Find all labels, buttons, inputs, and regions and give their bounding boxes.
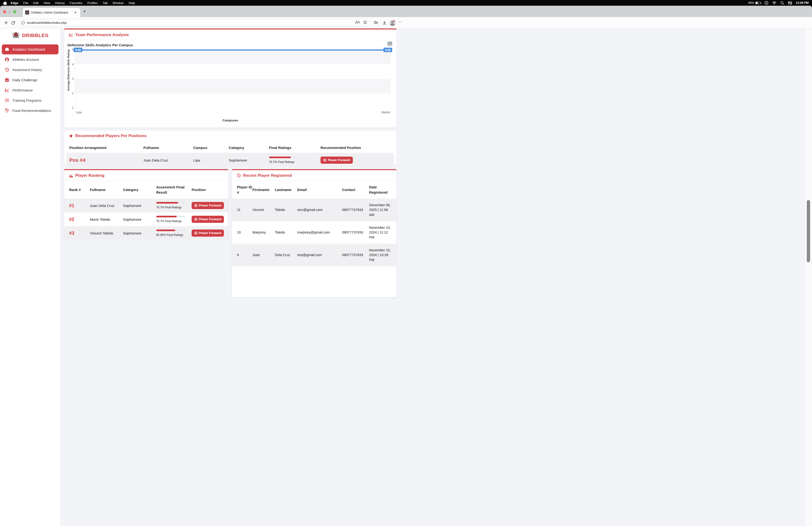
position-cell: Power Forward (192, 202, 223, 209)
chart-x-axis-title: Campuses (67, 118, 394, 122)
sidebar-item-assesment-history[interactable]: Assesment History (2, 65, 58, 75)
lastname-cell: Dela Cruz (275, 253, 297, 257)
brand-name: DRIBBLES (22, 32, 48, 38)
rating-percent-label: 75.7% Final Ratings (156, 206, 192, 209)
ranking-card-title: Player Ranking (75, 173, 104, 178)
rating-progress-bar (156, 202, 185, 203)
rating-percent-label: 75.7% Final Ratings (269, 160, 320, 164)
macos-menu-bar: EdgeFileEditViewHistoryFavoritesProfiles… (0, 0, 406, 6)
rating-progress-fill (156, 202, 178, 203)
lastname-cell: Toledo (275, 230, 297, 235)
recommended-card-title: Recommended Players Per Positions (75, 133, 146, 138)
ranking-table-header: Rank #FullnameCategoryAssesment Final Re… (64, 181, 228, 199)
rating-progress-bar (156, 229, 185, 231)
column-header: Position Arrangement (69, 145, 143, 151)
recommended-table-header: Position ArrangementFullnameCampusCatego… (64, 143, 396, 152)
basketball-icon (194, 231, 198, 235)
downloads-icon[interactable] (381, 19, 388, 26)
column-header: Fullname (90, 187, 123, 193)
zoom-window-button[interactable] (13, 10, 16, 13)
position-badge: Power Forward (192, 229, 224, 237)
close-window-button[interactable] (3, 10, 6, 13)
sidebar-item-label: Athletes Account (12, 57, 39, 61)
column-header: Lastname (275, 187, 297, 193)
y-tick-label: 1 (68, 106, 74, 110)
profile-avatar[interactable] (389, 20, 395, 26)
table-row: 10MarjoreyToledomarjorey@gmail.com090777… (232, 221, 396, 244)
address-bar[interactable]: localhost/dribbles/index.php (18, 19, 370, 26)
menubar-item-edge[interactable]: Edge (11, 1, 18, 5)
sidebar-item-food-recommendations[interactable]: Food Recommendations (2, 106, 58, 115)
column-header: Rank # (69, 187, 90, 193)
favorite-star-icon[interactable] (363, 20, 367, 25)
recent-card-title-row: Recent Player Registered (232, 170, 396, 181)
menubar-item-edit[interactable]: Edit (33, 1, 39, 5)
sidebar-item-performance[interactable]: Performance (2, 85, 58, 95)
recommended-table-body: Pos #4Juan Dela CruzLipaSophomore75.7% F… (64, 153, 396, 168)
position-arrangement-cell: Pos #4 (69, 157, 143, 164)
x-category-label: Mabini (381, 111, 390, 114)
firstname-cell: Marjorey (252, 230, 275, 235)
browser-tab[interactable]: Dribbles | Admin Dashboard ✕ (23, 8, 80, 17)
table-row: 11VincentToledovinz@gmail.com09077737633… (232, 199, 396, 221)
sidebar-item-athletes-account[interactable]: Athletes Account (2, 55, 58, 65)
menubar-item-help[interactable]: Help (129, 1, 135, 5)
table-row: #2Mario ToledoSophomore70.7% Final Ratin… (64, 212, 228, 226)
data-point-label: 5.00 (74, 48, 82, 52)
tab-close-icon[interactable]: ✕ (73, 10, 78, 15)
sidebar-item-daily-challenge[interactable]: Daily Challenge (2, 75, 58, 85)
player-id-cell: 9 (237, 253, 252, 257)
recent-table-header: Player ID #FirstnameLastnameEmailContact… (232, 181, 396, 199)
recommended-position-cell: Power Forward (320, 157, 391, 164)
fullname-cell: Mario Toledo (90, 217, 123, 222)
sidebar-item-analytics-dashboard[interactable]: Analytics Dashboard (2, 44, 58, 54)
menubar-item-view[interactable]: View (43, 1, 50, 5)
menubar-item-history[interactable]: History (55, 1, 64, 5)
menubar-item-file[interactable]: File (23, 1, 28, 5)
rating-progress-bar (156, 216, 185, 217)
menubar-item-profiles[interactable]: Profiles (87, 1, 98, 5)
ranking-table-body: #1Juan Dela CruzSophomore75.7% Final Rat… (64, 199, 228, 240)
column-header: Player ID # (237, 185, 252, 195)
brand[interactable]: DRIBBLES DRIBBLES (0, 29, 60, 42)
chart-menu-icon[interactable] (388, 42, 392, 45)
tab-strip: Dribbles | Admin Dashboard ✕ + (0, 6, 406, 17)
table-row: #1Juan Dela CruzSophomore75.7% Final Rat… (64, 199, 228, 212)
read-aloud-icon[interactable] (355, 20, 360, 25)
date-registered-cell: November 10, 2024 | 11:12 PM (369, 225, 392, 240)
back-button[interactable] (2, 19, 10, 26)
refresh-button[interactable] (10, 19, 17, 26)
site-info-icon[interactable] (21, 21, 25, 25)
final-rating-cell: 65.95% Final Ratings (156, 229, 192, 237)
position-cell: Power Forward (192, 216, 223, 223)
rank-cell: #2 (69, 216, 90, 223)
rating-progress-fill (269, 157, 291, 158)
menubar-item-window[interactable]: Window (113, 1, 124, 5)
defensive-skills-chart: Average Defensive Skills Rating Campuses… (67, 46, 394, 125)
sidebar-item-label: Daily Challenge (12, 78, 37, 82)
recent-table-body: 11VincentToledovinz@gmail.com09077737633… (232, 199, 396, 263)
menubar-item-tab[interactable]: Tab (103, 1, 107, 5)
recent-players-card: Recent Player Registered Player ID #Firs… (232, 169, 397, 263)
fullname-cell: Juan Dela Cruz (143, 158, 193, 163)
chart-line-icon (5, 88, 9, 93)
player-id-cell: 11 (237, 208, 252, 212)
apple-logo-icon[interactable] (3, 1, 7, 5)
sidebar-item-training-programs[interactable]: Training Programs (2, 96, 58, 105)
new-tab-button[interactable]: + (83, 9, 86, 14)
table-row: 9JuanDela Cruztest@gmail.com09077737633N… (232, 244, 396, 263)
column-header: Position (192, 187, 223, 193)
settings-menu-icon[interactable]: ⋯ (397, 20, 404, 26)
chart-heading: Defensive Skills Analytics Per Campus (64, 40, 396, 47)
minimize-window-button[interactable] (8, 10, 11, 13)
list-check-icon (5, 98, 9, 103)
podium-icon (69, 173, 73, 178)
user-icon (5, 57, 9, 62)
collections-icon[interactable] (372, 19, 379, 26)
url-text[interactable]: localhost/dribbles/index.php (27, 21, 355, 25)
fullname-cell: Juan Dela Cruz (90, 203, 123, 208)
ranking-card-title-row: Player Ranking (64, 170, 228, 181)
rating-progress-bar (269, 157, 298, 158)
rating-percent-label: 70.7% Final Ratings (156, 219, 192, 223)
menubar-item-favorites[interactable]: Favorites (70, 1, 82, 5)
